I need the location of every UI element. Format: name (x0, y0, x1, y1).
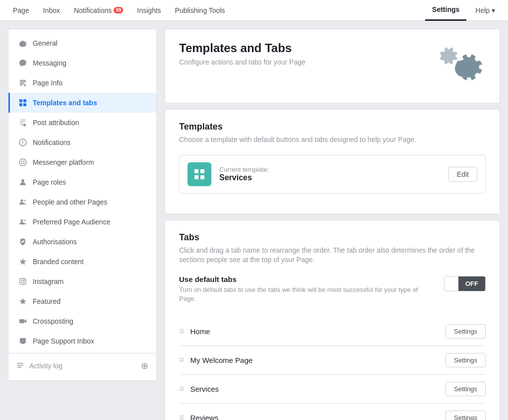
tab-row-services: ≡ Services Settings (179, 375, 486, 404)
svg-point-17 (24, 280, 25, 280)
messenger-platform-icon (18, 157, 28, 167)
page-layout: General Messaging Page Info Templates an… (0, 21, 508, 420)
gear-illustration (426, 41, 486, 91)
tab-services-name: Services (190, 385, 219, 393)
sidebar-item-messaging[interactable]: Messaging (8, 53, 156, 73)
sidebar: General Messaging Page Info Templates an… (8, 29, 157, 381)
sidebar-crossposting-label: Crossposting (33, 317, 73, 325)
sidebar-item-notifications[interactable]: Notifications (8, 133, 156, 152)
sidebar-page-info-label: Page Info (33, 79, 63, 87)
sidebar-item-page-support-inbox[interactable]: Page Support Inbox (8, 331, 156, 351)
tab-welcome-settings-button[interactable]: Settings (445, 353, 486, 367)
general-icon (18, 38, 28, 48)
page-info-icon (18, 78, 28, 88)
use-default-tabs-text: Use default tabs Turn on default tabs to… (179, 275, 434, 303)
svg-point-8 (21, 161, 24, 164)
svg-marker-14 (19, 258, 26, 265)
templates-section: Templates Choose a template with default… (165, 110, 500, 213)
nav-page[interactable]: Page (6, 0, 36, 21)
templates-desc: Choose a template with default buttons a… (179, 135, 486, 145)
svg-rect-1 (23, 99, 26, 102)
sidebar-divider (8, 353, 156, 353)
sidebar-templates-label: Templates and tabs (33, 99, 97, 107)
sidebar-item-authorisations[interactable]: Authorisations (8, 232, 156, 252)
page-roles-icon (18, 177, 28, 187)
sidebar-item-messenger-platform[interactable]: Messenger platform (8, 152, 156, 172)
toggle-off-side: OFF (458, 277, 485, 291)
nav-publishing-tools[interactable]: Publishing Tools (168, 0, 232, 21)
sidebar-item-instagram[interactable]: Instagram (8, 272, 156, 291)
gear-large-icon (441, 46, 486, 91)
sidebar-item-general[interactable]: General (8, 33, 156, 53)
sidebar-branded-content-label: Branded content (33, 258, 84, 266)
svg-point-6 (22, 143, 23, 144)
sidebar-item-branded-content[interactable]: Branded content (8, 252, 156, 272)
tab-services-left: ≡ Services (179, 384, 219, 394)
sidebar-item-post-attribution[interactable]: Post attribution (8, 113, 156, 133)
tab-reviews-name: Reviews (190, 414, 219, 420)
svg-rect-19 (19, 319, 24, 323)
svg-point-10 (21, 200, 23, 202)
sidebar-item-templates-and-tabs[interactable]: Templates and tabs (8, 93, 156, 113)
notifications-badge: 99 (114, 7, 123, 13)
branded-content-icon (18, 257, 28, 267)
nav-left: Page Inbox Notifications 99 Insights Pub… (6, 0, 232, 21)
svg-rect-24 (200, 169, 204, 173)
sidebar-item-people-and-other-pages[interactable]: People and other Pages (8, 192, 156, 212)
sidebar-general-label: General (33, 39, 58, 47)
tab-row-my-welcome-page: ≡ My Welcome Page Settings (179, 346, 486, 375)
svg-rect-25 (194, 175, 198, 179)
sidebar-item-crossposting[interactable]: Crossposting (8, 311, 156, 331)
nav-notifications[interactable]: Notifications 99 (67, 0, 130, 21)
messaging-icon (18, 58, 28, 68)
header-text: Templates and Tabs Configure actions and… (179, 41, 306, 66)
activity-log-add-icon[interactable]: ⊕ (141, 360, 148, 371)
svg-point-9 (21, 179, 24, 182)
nav-inbox[interactable]: Inbox (36, 0, 67, 21)
tabs-title: Tabs (179, 232, 486, 243)
svg-point-13 (24, 219, 26, 221)
sidebar-activity-log[interactable]: Activity log ⊕ (8, 355, 156, 376)
sidebar-messaging-label: Messaging (33, 59, 66, 67)
sidebar-authorisations-label: Authorisations (33, 238, 77, 246)
tab-services-settings-button[interactable]: Settings (445, 382, 486, 396)
svg-point-12 (21, 219, 23, 222)
sidebar-item-page-roles[interactable]: Page roles (8, 172, 156, 192)
tab-row-home: ≡ Home Settings (179, 317, 486, 346)
sidebar-item-featured[interactable]: Featured (8, 291, 156, 311)
nav-help[interactable]: Help ▾ (468, 0, 502, 21)
tab-welcome-name: My Welcome Page (190, 356, 253, 364)
page-title: Templates and Tabs (179, 41, 306, 55)
use-default-tabs-toggle[interactable]: OFF (444, 276, 486, 291)
sidebar-preferred-audience-label: Preferred Page Audience (33, 218, 110, 226)
nav-insights[interactable]: Insights (130, 0, 168, 21)
page-subtitle: Configure actions and tabs for your Page (179, 58, 306, 66)
sidebar-item-preferred-page-audience[interactable]: Preferred Page Audience (8, 212, 156, 232)
svg-rect-2 (19, 103, 22, 106)
authorisations-icon (18, 237, 28, 247)
template-icon (188, 162, 211, 186)
svg-rect-20 (17, 363, 23, 364)
templates-title: Templates (179, 122, 486, 132)
tab-home-settings-button[interactable]: Settings (445, 324, 486, 339)
templates-icon (18, 98, 28, 108)
nav-settings[interactable]: Settings (425, 0, 466, 21)
featured-icon (18, 296, 28, 306)
sidebar-activity-log-label: Activity log (29, 362, 63, 370)
tabs-desc: Click and drag a tab name to rearrange t… (179, 246, 486, 265)
people-icon (18, 197, 28, 207)
edit-template-button[interactable]: Edit (448, 167, 477, 182)
sidebar-notifications-label: Notifications (33, 139, 70, 146)
drag-icon-welcome: ≡ (179, 355, 185, 365)
post-attribution-icon (18, 118, 28, 128)
tab-reviews-settings-button[interactable]: Settings (445, 411, 486, 420)
notifications-icon (18, 138, 28, 147)
sidebar-item-page-info[interactable]: Page Info (8, 73, 156, 93)
instagram-icon (18, 277, 28, 286)
svg-marker-18 (19, 298, 26, 305)
template-current-label: Current template: (219, 166, 441, 173)
svg-rect-26 (200, 175, 204, 179)
svg-point-7 (19, 159, 26, 166)
nav-notifications-label: Notifications (74, 6, 112, 14)
use-default-tabs-row: Use default tabs Turn on default tabs to… (179, 275, 486, 303)
